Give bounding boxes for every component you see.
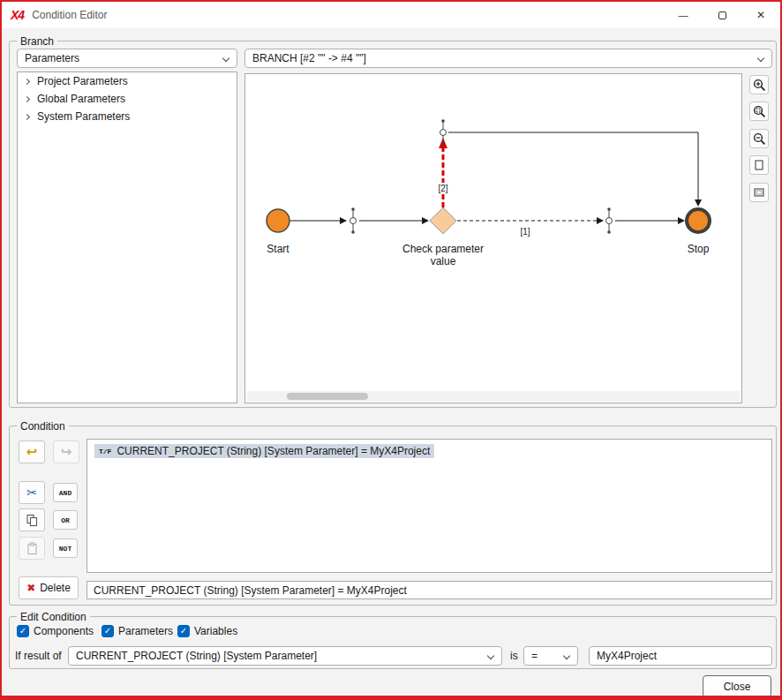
condition-group-label: Condition	[17, 419, 69, 433]
condition-editor-window: X4 Condition Editor — ✕ Branch Parameter…	[0, 0, 782, 700]
chevron-down-icon	[222, 55, 229, 62]
magnifier-plus-icon	[753, 79, 766, 92]
copy-icon	[26, 514, 39, 527]
tree-item-label: Global Parameters	[37, 93, 125, 105]
chevron-down-icon	[757, 55, 764, 62]
condition-expression-text: CURRENT_PROJECT (String) [System Paramet…	[94, 584, 407, 597]
check-node-label-line2: value	[431, 255, 456, 267]
delete-label: Delete	[40, 582, 71, 594]
branch-dropdown[interactable]: BRANCH [#2 "" -> #4 ""]	[244, 49, 772, 68]
redo-condition-button[interactable]: ↪	[53, 440, 79, 463]
workflow-diagram: [1] [2]	[246, 75, 741, 386]
arrowhead-icon	[597, 217, 604, 224]
maximize-icon	[718, 11, 726, 19]
condition-list[interactable]: T/F CURRENT_PROJECT (String) [System Par…	[86, 439, 772, 573]
insert-condition-button[interactable]: ↩	[19, 440, 45, 463]
condition-expression-field[interactable]: CURRENT_PROJECT (String) [System Paramet…	[86, 581, 772, 599]
branch-group: Branch Parameters Project Parameters Glo…	[9, 41, 777, 408]
variables-checkbox[interactable]: ✓ Variables	[177, 625, 237, 637]
parameter-tree: Project Parameters Global Parameters Sys…	[17, 72, 237, 403]
parameters-checkbox[interactable]: ✓ Parameters	[102, 625, 173, 637]
condition-group: Condition ↩ ↪ ✂ AND OR	[9, 425, 777, 606]
parameters-checkbox-label: Parameters	[118, 625, 173, 637]
edit-condition-group: Edit Condition ✓ Components ✓ Parameters…	[9, 616, 777, 669]
insert-arrow-icon: ↩	[26, 444, 38, 460]
fit-page-button[interactable]	[749, 155, 769, 175]
tree-item-project-parameters[interactable]: Project Parameters	[18, 72, 237, 90]
and-button[interactable]: AND	[53, 483, 78, 502]
start-node[interactable]	[267, 209, 289, 232]
close-button[interactable]: Close	[703, 675, 771, 697]
components-checkbox[interactable]: ✓ Components	[17, 625, 94, 637]
chevron-right-icon	[24, 95, 30, 102]
close-button-label: Close	[724, 681, 751, 693]
branch-group-label: Branch	[17, 34, 57, 49]
cut-button[interactable]: ✂	[19, 481, 45, 504]
condition-item-text: CURRENT_PROJECT (String) [System Paramet…	[117, 445, 430, 457]
checkbox-checked-icon: ✓	[102, 625, 114, 637]
tree-item-global-parameters[interactable]: Global Parameters	[18, 90, 237, 108]
zoom-selection-button[interactable]	[749, 102, 769, 121]
x4-logo: X4	[11, 8, 24, 22]
checkbox-checked-icon: ✓	[177, 625, 190, 637]
and-label: AND	[59, 489, 71, 497]
components-checkbox-label: Components	[34, 625, 94, 637]
canvas-hscrollbar-thumb[interactable]	[287, 393, 368, 400]
canvas-hscrollbar[interactable]	[247, 391, 740, 402]
arrowhead-icon	[678, 217, 685, 224]
result-of-value: CURRENT_PROJECT (String) [System Paramet…	[76, 650, 317, 662]
arrowhead-icon	[695, 199, 702, 207]
variables-checkbox-label: Variables	[194, 625, 237, 637]
connector-node[interactable]	[606, 207, 613, 234]
result-of-dropdown[interactable]: CURRENT_PROJECT (String) [System Paramet…	[68, 646, 502, 666]
parameter-category-dropdown[interactable]: Parameters	[17, 49, 237, 68]
operator-dropdown[interactable]: =	[523, 646, 578, 666]
tree-item-label: System Parameters	[37, 110, 130, 123]
branch-dropdown-value: BRANCH [#2 "" -> #4 ""]	[252, 52, 366, 64]
is-label: is	[510, 650, 518, 662]
check-parameter-node[interactable]	[430, 207, 456, 234]
tree-item-label: Project Parameters	[37, 75, 128, 87]
maximize-button[interactable]	[703, 2, 741, 28]
parameter-category-value: Parameters	[25, 52, 79, 64]
magnifier-minus-icon	[753, 132, 766, 146]
check-node-label-line1: Check parameter	[402, 243, 484, 255]
redo-arrow-icon: ↪	[61, 444, 72, 460]
operator-value: =	[531, 650, 538, 662]
or-label: OR	[61, 516, 70, 524]
magnifier-selection-icon	[753, 105, 766, 118]
zoom-in-button[interactable]	[749, 75, 769, 94]
boolean-type-badge: T/F	[99, 448, 111, 455]
if-result-of-label: If result of	[15, 650, 62, 662]
paste-button[interactable]	[19, 537, 45, 560]
clipboard-icon	[26, 542, 39, 555]
stop-node[interactable]	[687, 209, 710, 232]
checkbox-checked-icon: ✓	[17, 625, 29, 637]
comparison-value-input[interactable]	[589, 646, 772, 666]
chevron-down-icon	[563, 652, 570, 659]
connector-node[interactable]	[440, 119, 447, 146]
delete-x-icon: ✖	[26, 582, 35, 594]
condition-list-item-selected[interactable]: T/F CURRENT_PROJECT (String) [System Par…	[94, 444, 434, 458]
chevron-right-icon	[24, 113, 30, 119]
copy-button[interactable]	[19, 508, 45, 531]
tree-item-system-parameters[interactable]: System Parameters	[18, 108, 237, 125]
window-titlebar[interactable]: X4 Condition Editor — ✕	[2, 2, 780, 28]
edge-top-return	[448, 132, 698, 199]
close-window-button[interactable]: ✕	[741, 2, 780, 28]
or-button[interactable]: OR	[53, 510, 78, 530]
page-fit-icon	[753, 186, 765, 199]
edge-label-2: [2]	[438, 184, 447, 193]
scissors-icon: ✂	[26, 485, 37, 500]
connector-node[interactable]	[350, 207, 357, 234]
minimize-button[interactable]: —	[664, 2, 703, 28]
zoom-out-button[interactable]	[749, 129, 769, 148]
arrowhead-icon	[422, 217, 429, 224]
not-label: NOT	[59, 545, 71, 553]
arrowhead-icon	[340, 217, 347, 224]
delete-button[interactable]: ✖ Delete	[19, 576, 79, 599]
not-button[interactable]: NOT	[53, 538, 78, 558]
start-node-label: Start	[267, 243, 289, 255]
fit-width-button[interactable]	[749, 183, 769, 202]
workflow-canvas[interactable]: [1] [2]	[244, 73, 742, 403]
